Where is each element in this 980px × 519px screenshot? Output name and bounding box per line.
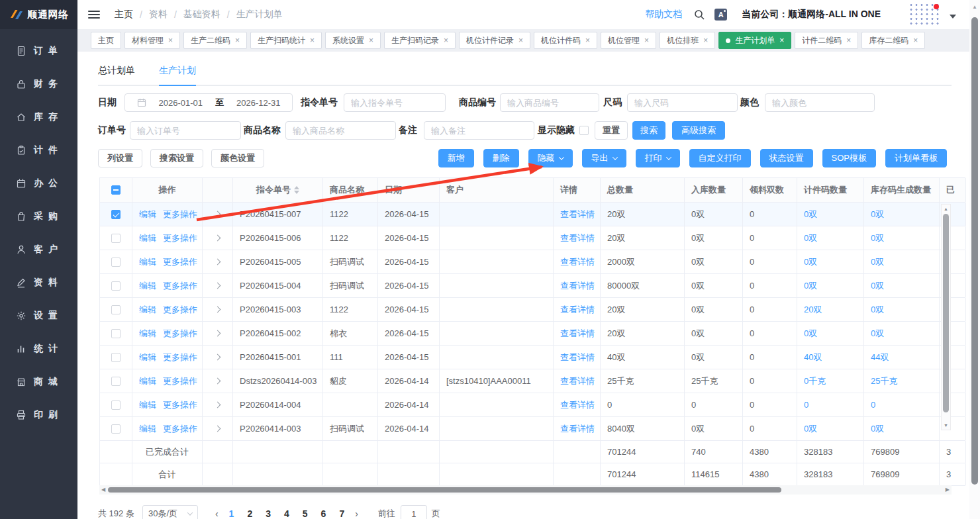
view-detail-link[interactable]: 查看详情 — [554, 298, 601, 321]
sidebar-item-piecework[interactable]: 计件 — [0, 134, 77, 167]
subtab-production-plan[interactable]: 生产计划 — [159, 65, 196, 86]
show-hidden-checkbox[interactable] — [579, 126, 589, 135]
edit-link[interactable]: 编辑 — [139, 256, 156, 268]
order-no-input[interactable] — [344, 93, 446, 112]
sidebar-item-inventory[interactable]: 库存 — [0, 101, 77, 134]
tab-材料管理[interactable]: 材料管理× — [124, 32, 180, 49]
tab-机位计件记录[interactable]: 机位计件记录× — [459, 32, 530, 49]
page-number-3[interactable]: 3 — [266, 508, 271, 519]
edit-link[interactable]: 编辑 — [139, 328, 156, 340]
product-name-input[interactable] — [285, 121, 396, 140]
view-detail-link[interactable]: 查看详情 — [554, 393, 601, 416]
breadcrumb-item[interactable]: 生产计划单 — [236, 9, 283, 21]
goto-page-input[interactable] — [401, 505, 427, 519]
select-all-checkbox[interactable] — [111, 185, 121, 195]
edit-link[interactable]: 编辑 — [139, 423, 156, 435]
more-actions-link[interactable]: 更多操作 — [163, 352, 197, 363]
user-menu-caret-icon[interactable] — [950, 15, 956, 22]
row-checkbox[interactable] — [111, 305, 121, 314]
expand-chevron-icon[interactable] — [215, 307, 221, 313]
sidebar-item-customer[interactable]: 客户 — [0, 233, 77, 266]
close-icon[interactable]: × — [310, 36, 315, 44]
action-button-SOP模板[interactable]: SOP模板 — [822, 149, 876, 167]
col-header-order-no[interactable]: 指令单号 — [233, 178, 323, 202]
view-detail-link[interactable]: 查看详情 — [554, 417, 601, 440]
close-icon[interactable]: × — [168, 36, 173, 44]
scroll-thumb[interactable] — [943, 214, 949, 412]
sort-icon[interactable] — [294, 183, 299, 197]
expand-chevron-icon[interactable] — [215, 283, 221, 289]
more-actions-link[interactable]: 更多操作 — [163, 232, 197, 244]
more-actions-link[interactable]: 更多操作 — [163, 328, 197, 340]
more-actions-link[interactable]: 更多操作 — [163, 280, 197, 292]
view-detail-link[interactable]: 查看详情 — [554, 369, 601, 393]
stock-code-qty-link[interactable]: 0双 — [864, 322, 940, 345]
tab-生产计划单[interactable]: 生产计划单× — [718, 32, 791, 49]
scroll-right-icon[interactable]: ▶ — [946, 485, 950, 495]
stock-code-qty-link[interactable]: 0双 — [864, 417, 940, 440]
action-button-计划单看板[interactable]: 计划单看板 — [885, 149, 947, 167]
tab-系统设置[interactable]: 系统设置× — [325, 32, 381, 49]
close-icon[interactable]: × — [518, 36, 523, 44]
action-button-打印[interactable]: 打印 — [636, 149, 680, 167]
close-icon[interactable]: × — [644, 36, 649, 44]
more-actions-link[interactable]: 更多操作 — [163, 375, 197, 387]
close-icon[interactable]: × — [369, 36, 373, 44]
page-number-7[interactable]: 7 — [339, 508, 344, 519]
search-icon[interactable] — [694, 9, 705, 21]
action-button-导出[interactable]: 导出 — [582, 149, 626, 167]
stock-code-qty-link[interactable]: 44双 — [864, 346, 940, 369]
page-number-6[interactable]: 6 — [321, 508, 326, 519]
expand-chevron-icon[interactable] — [215, 330, 221, 337]
view-detail-link[interactable]: 查看详情 — [554, 226, 601, 250]
close-icon[interactable]: × — [585, 36, 590, 44]
scroll-down-icon[interactable]: ▼ — [942, 423, 950, 428]
row-checkbox[interactable] — [111, 281, 121, 291]
piece-code-qty-link[interactable]: 40双 — [797, 346, 864, 369]
piece-code-qty-link[interactable]: 0双 — [797, 250, 864, 273]
close-icon[interactable]: × — [779, 36, 784, 44]
expand-chevron-icon[interactable] — [215, 402, 221, 408]
page-number-1[interactable]: 1 — [229, 508, 234, 519]
subtab-total-plan[interactable]: 总计划单 — [98, 65, 135, 85]
view-detail-link[interactable]: 查看详情 — [554, 203, 601, 226]
close-icon[interactable]: × — [235, 36, 240, 44]
action-button-状态设置[interactable]: 状态设置 — [760, 149, 813, 167]
action-button-隐藏[interactable]: 隐藏 — [528, 149, 573, 167]
stock-code-qty-link[interactable]: 0双 — [864, 250, 940, 273]
row-checkbox[interactable] — [111, 234, 121, 243]
edit-link[interactable]: 编辑 — [139, 399, 156, 411]
stock-code-qty-link[interactable]: 0双 — [864, 203, 940, 226]
prev-page-button[interactable]: ‹ — [215, 508, 219, 519]
breadcrumb-home[interactable]: 主页 — [115, 9, 133, 21]
scroll-up-icon[interactable]: ▲ — [969, 4, 980, 10]
reset-button[interactable]: 重置 — [595, 121, 628, 140]
expand-chevron-icon[interactable] — [215, 426, 221, 432]
product-code-input[interactable] — [500, 93, 599, 112]
piece-code-qty-link[interactable]: 0 — [797, 393, 864, 416]
action-button-自定义打印[interactable]: 自定义打印 — [689, 149, 751, 167]
expand-chevron-icon[interactable] — [215, 259, 221, 265]
page-scrollbar[interactable]: ▲ — [969, 0, 980, 519]
sidebar-item-material[interactable]: 资料 — [0, 266, 77, 299]
close-icon[interactable]: × — [913, 36, 918, 44]
search-settings-button[interactable]: 搜索设置 — [150, 149, 203, 167]
stock-code-qty-link[interactable]: 0双 — [864, 274, 940, 297]
tab-库存二维码[interactable]: 库存二维码× — [861, 32, 925, 49]
table-vertical-scrollbar[interactable]: ▲ ▼ — [941, 204, 951, 430]
tab-主页[interactable]: 主页 — [91, 32, 121, 49]
row-checkbox[interactable] — [111, 258, 121, 267]
tab-生产二维码[interactable]: 生产二维码× — [183, 32, 247, 49]
advanced-search-button[interactable]: 高级搜索 — [672, 121, 725, 140]
expand-chevron-icon[interactable] — [215, 354, 221, 361]
edit-link[interactable]: 编辑 — [139, 352, 156, 363]
search-button[interactable]: 搜索 — [632, 121, 665, 140]
stock-code-qty-link[interactable]: 0 — [864, 393, 940, 416]
sidebar-item-finance[interactable]: 财务 — [0, 68, 77, 101]
next-page-button[interactable]: › — [355, 508, 358, 519]
tab-机位排班[interactable]: 机位排班× — [660, 32, 715, 49]
scroll-thumb[interactable] — [108, 487, 781, 493]
scroll-left-icon[interactable]: ◀ — [101, 485, 105, 495]
row-checkbox[interactable] — [111, 353, 121, 362]
close-icon[interactable]: × — [703, 36, 708, 44]
